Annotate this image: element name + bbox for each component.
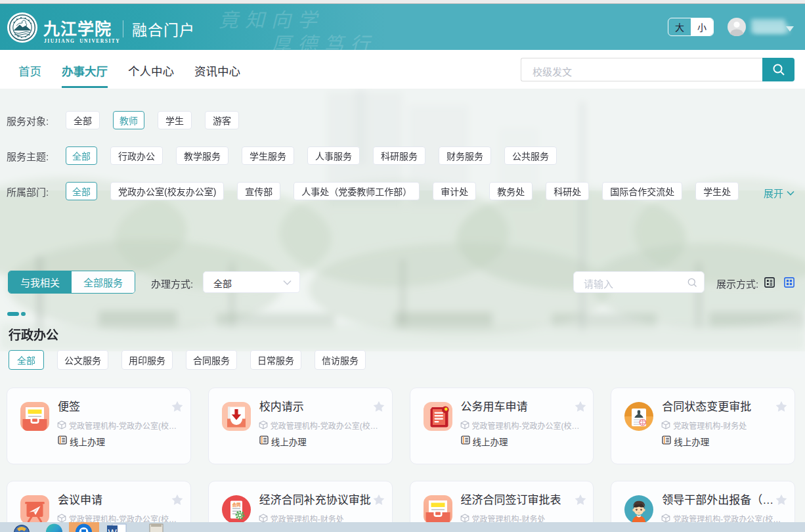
svg-text:合同: 合同 [231, 501, 241, 508]
svg-text:W: W [108, 527, 117, 532]
